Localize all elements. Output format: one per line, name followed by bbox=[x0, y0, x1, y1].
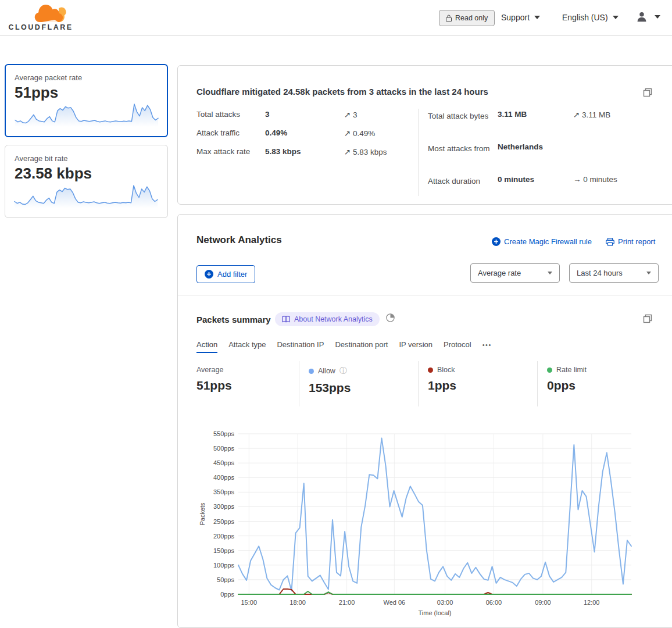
attack-summary-card: Cloudflare mitigated 24.58k packets from… bbox=[177, 65, 672, 205]
summary-left-rows: Total attacks3↗ 3Attack traffic0.49%↗ 0.… bbox=[196, 110, 387, 166]
stat-value: 0 minutes bbox=[498, 175, 573, 184]
packet-rate-sparkline bbox=[14, 97, 159, 131]
svg-text:250pps: 250pps bbox=[213, 518, 235, 525]
stat-value: 3.11 MB bbox=[498, 110, 573, 119]
stat-label: Attack duration bbox=[428, 175, 498, 188]
svg-text:450pps: 450pps bbox=[213, 459, 235, 466]
copy-icon[interactable] bbox=[643, 314, 652, 326]
top-header: CLOUDFLARE Read only Support English (US… bbox=[0, 0, 672, 36]
svg-text:Time (local): Time (local) bbox=[418, 609, 451, 616]
printer-icon bbox=[606, 238, 614, 246]
stat-head: Rate limit bbox=[547, 366, 672, 374]
language-menu[interactable]: English (US) bbox=[562, 13, 619, 22]
summary-stat-row: Total attacks3↗ 3 bbox=[196, 110, 387, 129]
tab-ip-version[interactable]: IP version bbox=[399, 340, 432, 353]
stat-trend: → 0 minutes bbox=[573, 175, 617, 184]
stat-label: Max attack rate bbox=[196, 147, 265, 156]
tab-attack-type[interactable]: Attack type bbox=[228, 340, 266, 353]
stat-head: Allowⓘ bbox=[309, 366, 418, 376]
stat-label: Total attacks bbox=[196, 110, 265, 119]
create-magic-firewall-rule-link[interactable]: Create Magic Firewall rule bbox=[492, 237, 592, 246]
stat-label: Rate limit bbox=[556, 366, 587, 374]
stat-label: Allow bbox=[318, 367, 335, 375]
info-icon[interactable]: ⓘ bbox=[339, 366, 347, 376]
tab-destination-port[interactable]: Destination port bbox=[335, 340, 388, 353]
cloudflare-logo[interactable]: CLOUDFLARE bbox=[8, 3, 73, 33]
svg-text:03:00: 03:00 bbox=[437, 599, 453, 606]
svg-text:15:00: 15:00 bbox=[241, 599, 257, 606]
svg-text:500pps: 500pps bbox=[213, 445, 235, 452]
stat-label: Most attacks from bbox=[428, 142, 498, 155]
brand-wordmark: CLOUDFLARE bbox=[8, 23, 73, 31]
stat-cell-average: Average51pps bbox=[178, 361, 299, 406]
print-report-label: Print report bbox=[618, 237, 655, 246]
svg-text:Packets: Packets bbox=[199, 502, 206, 526]
metric-select-value: Average rate bbox=[478, 269, 521, 277]
stat-trend: ↗ 5.83 kbps bbox=[344, 147, 387, 156]
print-report-link[interactable]: Print report bbox=[606, 237, 655, 246]
svg-text:50pps: 50pps bbox=[217, 576, 234, 583]
stat-value: 51pps bbox=[196, 379, 299, 392]
summary-stat-row: Attack duration0 minutes→ 0 minutes bbox=[428, 175, 617, 192]
tab-protocol[interactable]: Protocol bbox=[444, 340, 471, 353]
summary-stat-row: Attack traffic0.49%↗ 0.49% bbox=[196, 129, 387, 147]
summary-stat-row: Total attack bytes3.11 MB↗ 3.11 MB bbox=[428, 110, 617, 142]
series-dot-icon bbox=[547, 367, 552, 373]
svg-text:18:00: 18:00 bbox=[289, 599, 306, 606]
svg-text:21:00: 21:00 bbox=[339, 599, 355, 606]
metric-select[interactable]: Average rate bbox=[470, 263, 560, 283]
metric-label: Average packet rate bbox=[15, 73, 158, 82]
badge-label: About Network Analytics bbox=[294, 315, 373, 323]
series-dot-icon bbox=[428, 367, 433, 373]
stat-head: Average bbox=[196, 366, 299, 374]
metric-label: Average bit rate bbox=[15, 154, 158, 163]
stat-value: Netherlands bbox=[498, 142, 573, 151]
tabs-overflow-button[interactable]: ••• bbox=[482, 340, 492, 353]
svg-text:300pps: 300pps bbox=[213, 503, 235, 510]
copy-icon[interactable] bbox=[643, 88, 652, 99]
time-window-icon[interactable] bbox=[386, 313, 395, 324]
packets-stats-row: Average51ppsAllowⓘ153ppsBlock1ppsRate li… bbox=[178, 361, 672, 406]
about-network-analytics-badge[interactable]: About Network Analytics bbox=[275, 312, 380, 326]
tab-action[interactable]: Action bbox=[196, 340, 217, 353]
svg-text:550pps: 550pps bbox=[213, 430, 235, 437]
stat-value: 5.83 kbps bbox=[265, 147, 344, 156]
user-icon bbox=[636, 11, 648, 23]
stat-head: Block bbox=[428, 366, 537, 374]
network-analytics-title: Network Analytics bbox=[196, 234, 282, 246]
svg-text:Wed 06: Wed 06 bbox=[384, 599, 406, 606]
add-filter-label: Add filter bbox=[217, 270, 247, 279]
read-only-badge: Read only bbox=[439, 10, 495, 26]
book-icon bbox=[282, 316, 290, 323]
tab-destination-ip[interactable]: Destination IP bbox=[277, 340, 324, 353]
network-analytics-card: Network Analytics Create Magic Firewall … bbox=[177, 214, 672, 628]
lock-icon bbox=[446, 15, 452, 22]
chevron-down-icon bbox=[548, 272, 552, 274]
support-label: Support bbox=[501, 13, 530, 22]
svg-text:12:00: 12:00 bbox=[584, 599, 600, 606]
packets-summary-chart: 15:0018:0021:00Wed 0603:0006:0009:0012:0… bbox=[196, 427, 634, 619]
stat-cell-rate-limit: Rate limit0pps bbox=[537, 361, 672, 406]
stat-label: Block bbox=[437, 366, 455, 374]
svg-text:06:00: 06:00 bbox=[486, 599, 502, 606]
svg-text:150pps: 150pps bbox=[213, 547, 235, 554]
bit-rate-sparkline bbox=[13, 178, 159, 213]
metric-card-bit-rate[interactable]: Average bit rate 23.58 kbps bbox=[5, 145, 168, 218]
support-menu[interactable]: Support bbox=[501, 13, 540, 22]
language-label: English (US) bbox=[562, 13, 608, 22]
add-filter-button[interactable]: Add filter bbox=[196, 265, 255, 283]
svg-text:200pps: 200pps bbox=[213, 533, 235, 540]
time-range-select[interactable]: Last 24 hours bbox=[569, 263, 659, 283]
cloudflare-cloud-icon bbox=[34, 5, 70, 24]
metric-card-packet-rate[interactable]: Average packet rate 51pps bbox=[5, 64, 168, 137]
stat-label: Total attack bytes bbox=[428, 110, 498, 123]
user-menu[interactable] bbox=[636, 11, 660, 23]
summary-divider bbox=[418, 109, 419, 196]
chevron-down-icon bbox=[613, 16, 619, 19]
stat-value: 3 bbox=[265, 110, 344, 119]
svg-text:100pps: 100pps bbox=[213, 562, 235, 569]
stat-value: 153pps bbox=[309, 381, 418, 395]
summary-stat-row: Max attack rate5.83 kbps↗ 5.83 kbps bbox=[196, 147, 387, 166]
stat-value: 1pps bbox=[428, 379, 537, 392]
stat-value: 0pps bbox=[547, 379, 672, 392]
